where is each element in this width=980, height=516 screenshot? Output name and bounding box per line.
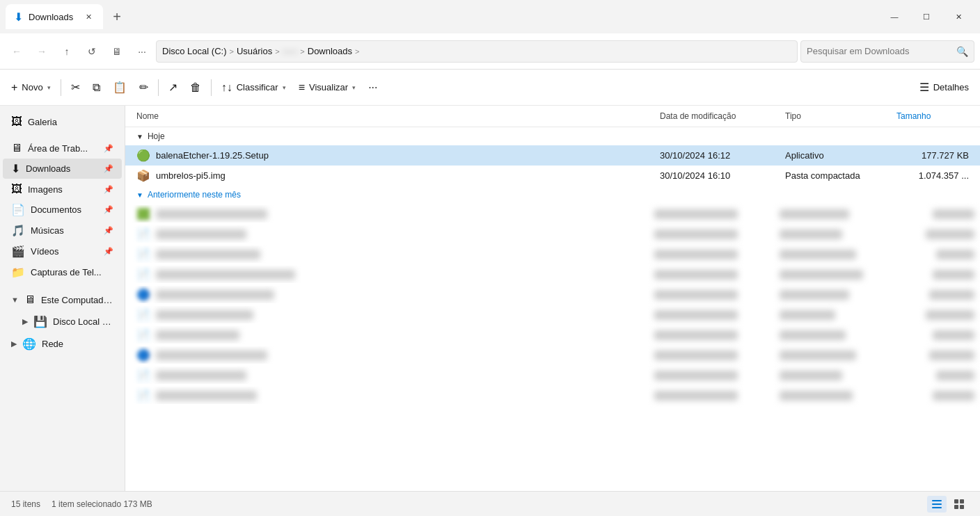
file-row-umbrelos[interactable]: 📦 umbrelos-pi5.img 30/10/2024 16:10 Past… xyxy=(125,166,980,186)
blurred-icon-1: 🟩 xyxy=(136,207,150,220)
close-button[interactable]: ✕ xyxy=(942,6,974,28)
balena-type: Aplicativo xyxy=(780,148,891,163)
blurred-size-7 xyxy=(933,330,974,340)
window-controls: — ☐ ✕ xyxy=(878,6,974,28)
sidebar-screenshots-label: Capturas de Tel... xyxy=(31,267,113,277)
gallery-icon: 🖼 xyxy=(11,115,22,128)
blurred-type-4 xyxy=(780,270,863,280)
col-header-data[interactable]: Data de modificação xyxy=(654,108,780,124)
blurred-label-4 xyxy=(156,270,295,280)
sidebar-disco-local-label: Disco Local (C:... xyxy=(53,316,113,327)
file-row-blurred-9[interactable]: 📄 xyxy=(125,365,980,385)
rename-icon: ✏ xyxy=(139,81,148,94)
svg-rect-4 xyxy=(960,499,964,503)
sidebar-item-screenshots[interactable]: 📁 Capturas de Tel... xyxy=(3,262,122,282)
col-header-tipo[interactable]: Tipo xyxy=(780,108,891,124)
svg-rect-6 xyxy=(960,505,964,509)
forward-button[interactable]: → xyxy=(31,40,53,63)
search-bar[interactable]: 🔍 xyxy=(800,40,974,63)
blurred-type-3 xyxy=(780,250,856,259)
new-button[interactable]: + Novo ▾ xyxy=(6,76,56,99)
breadcrumb[interactable]: Disco Local (C:) > Usuários > ······ > D… xyxy=(156,40,798,63)
blurred-date-8 xyxy=(654,350,738,360)
sidebar-item-images[interactable]: 🖼 Imagens 📌 xyxy=(3,179,122,199)
minimize-button[interactable]: — xyxy=(878,6,910,28)
refresh-button[interactable]: ↺ xyxy=(81,40,103,63)
search-input[interactable] xyxy=(807,46,952,56)
sidebar-item-downloads[interactable]: ⬇ Downloads 📌 xyxy=(3,159,122,179)
file-list-header: Nome Data de modificação Tipo Tamanho xyxy=(125,106,980,127)
blurred-icon-10: 📄 xyxy=(136,389,150,402)
maximize-button[interactable]: ☐ xyxy=(910,6,942,28)
file-row-balena[interactable]: 🟢 balenaEtcher-1.19.25.Setup 30/10/2024 … xyxy=(125,145,980,166)
view-icon: ≡ xyxy=(299,81,305,94)
section-hoje[interactable]: ▼ Hoje xyxy=(125,127,980,145)
blurred-size-1 xyxy=(933,209,974,219)
toolbar-separator-2 xyxy=(158,79,159,96)
sidebar-item-desktop[interactable]: 🖥 Área de Trab... 📌 xyxy=(3,138,122,158)
file-row-blurred-10[interactable]: 📄 xyxy=(125,385,980,405)
blurred-label-1 xyxy=(156,209,267,219)
tab-close-button[interactable]: ✕ xyxy=(82,10,95,23)
new-tab-button[interactable]: + xyxy=(106,6,128,28)
rename-button[interactable]: ✏ xyxy=(134,76,154,99)
images-icon: 🖼 xyxy=(11,183,22,195)
this-pc-icon[interactable]: 🖥 xyxy=(106,40,128,63)
toolbar-separator-1 xyxy=(61,79,61,96)
back-button[interactable]: ← xyxy=(6,40,28,63)
address-bar: ← → ↑ ↺ 🖥 ··· Disco Local (C:) > Usuário… xyxy=(0,33,980,70)
copy-button[interactable]: ⧉ xyxy=(87,76,106,99)
sidebar-item-music[interactable]: 🎵 Músicas 📌 xyxy=(3,220,122,241)
active-tab[interactable]: ⬇ Downloads ✕ xyxy=(6,4,103,29)
new-label: Novo xyxy=(22,82,42,92)
list-view-button[interactable] xyxy=(927,496,947,513)
new-icon: + xyxy=(11,81,17,94)
selected-info: 1 item selecionado 173 MB xyxy=(52,499,152,509)
sidebar-rede-label: Rede xyxy=(42,339,113,349)
file-row-blurred-5[interactable]: 🔵 xyxy=(125,284,980,305)
file-row-blurred-8[interactable]: 🔵 xyxy=(125,345,980,365)
sidebar-section-rede[interactable]: ▶ 🌐 Rede xyxy=(3,333,122,355)
search-icon[interactable]: 🔍 xyxy=(956,46,968,57)
sort-icon: ↑↓ xyxy=(221,81,232,94)
section-anteriormente[interactable]: ▼ Anteriormente neste mês xyxy=(125,186,980,204)
file-row-blurred-2[interactable]: 📄 xyxy=(125,224,980,244)
sidebar: 🖼 Galeria 🖥 Área de Trab... 📌 ⬇ Download… xyxy=(0,106,125,491)
file-row-blurred-6[interactable]: 📄 xyxy=(125,305,980,325)
sort-label: Classificar xyxy=(237,82,278,92)
delete-button[interactable]: 🗑 xyxy=(184,76,207,99)
sidebar-desktop-label: Área de Trab... xyxy=(28,143,98,154)
col-header-tamanho[interactable]: Tamanho xyxy=(891,108,974,124)
cut-button[interactable]: ✂ xyxy=(65,76,86,99)
breadcrumb-downloads[interactable]: Downloads xyxy=(308,46,352,56)
blurred-label-9 xyxy=(156,371,246,380)
music-icon: 🎵 xyxy=(11,224,25,237)
file-row-blurred-7[interactable]: 📄 xyxy=(125,325,980,345)
breadcrumb-usuarios[interactable]: Usuários xyxy=(237,46,272,56)
share-button[interactable]: ↗ xyxy=(163,76,183,99)
file-row-blurred-1[interactable]: 🟩 xyxy=(125,204,980,224)
sidebar-item-videos[interactable]: 🎬 Vídeos 📌 xyxy=(3,241,122,261)
sidebar-item-gallery[interactable]: 🖼 Galeria xyxy=(3,112,122,131)
item-count: 15 itens xyxy=(11,499,40,509)
file-row-blurred-3[interactable]: 📄 xyxy=(125,244,980,264)
file-row-blurred-4[interactable]: 📄 xyxy=(125,264,980,284)
sidebar-pin-music: 📌 xyxy=(104,226,113,235)
paste-button[interactable]: 📋 xyxy=(107,76,132,99)
details-button[interactable]: ☰ Detalhes xyxy=(914,76,974,99)
more-options-button[interactable]: ··· xyxy=(363,76,383,99)
details-view-button[interactable] xyxy=(949,496,969,513)
svg-rect-1 xyxy=(932,503,942,505)
view-button[interactable]: ≡ Visualizar ▾ xyxy=(293,76,361,99)
breadcrumb-user[interactable]: ······ xyxy=(283,46,298,56)
breadcrumb-more-button[interactable]: ··· xyxy=(131,40,153,63)
sidebar-section-disco-local[interactable]: ▶ 💾 Disco Local (C:... xyxy=(3,311,122,332)
file-list: Nome Data de modificação Tipo Tamanho ▼ … xyxy=(125,106,980,491)
col-header-nome[interactable]: Nome xyxy=(131,108,654,124)
sidebar-item-documents[interactable]: 📄 Documentos 📌 xyxy=(3,200,122,220)
sidebar-section-este-computador[interactable]: ▼ 🖥 Este Computado... xyxy=(3,289,122,310)
paste-icon: 📋 xyxy=(113,81,127,94)
sort-button[interactable]: ↑↓ Classificar ▾ xyxy=(216,76,292,99)
up-button[interactable]: ↑ xyxy=(56,40,78,63)
breadcrumb-disco-local[interactable]: Disco Local (C:) xyxy=(162,46,226,56)
